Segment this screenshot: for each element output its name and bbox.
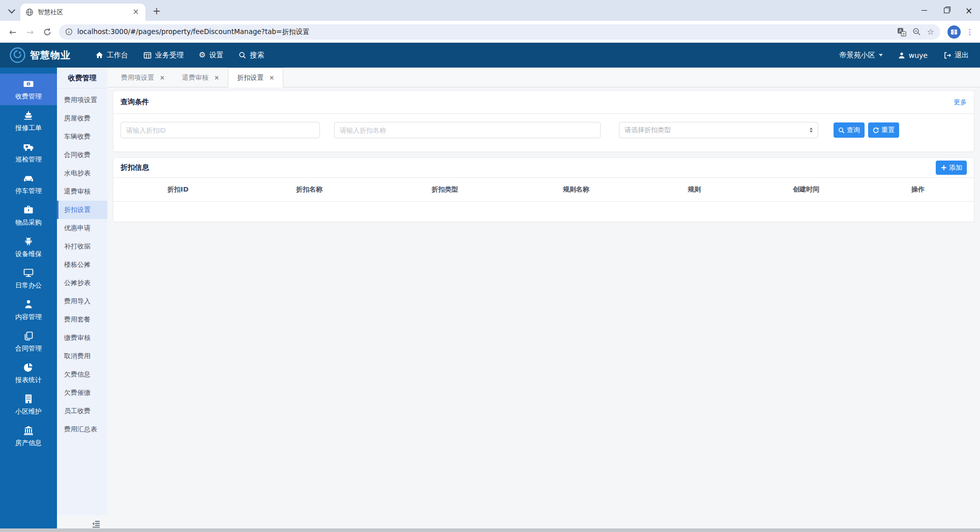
- page-tab-label: 退费审核: [182, 73, 209, 82]
- nav-item-settings[interactable]: ⚙ 设置: [191, 43, 231, 68]
- minimize-button[interactable]: [913, 0, 935, 21]
- info-icon[interactable]: [65, 28, 73, 36]
- submenu-item-arrears-info[interactable]: 欠费信息: [57, 365, 107, 384]
- logout-icon: [944, 52, 951, 59]
- submenu-item-refund-review[interactable]: 退费审核: [57, 182, 107, 201]
- sidebar-item-procurement[interactable]: 物品采购: [0, 200, 57, 231]
- logout-button[interactable]: 退出: [936, 51, 971, 60]
- submenu-item-share-meter[interactable]: 公摊抄表: [57, 274, 107, 292]
- search-button[interactable]: 查询: [834, 122, 865, 138]
- more-link[interactable]: 更多: [954, 98, 967, 107]
- discount-name-input[interactable]: [334, 122, 601, 138]
- sidebar-item-community-maintenance[interactable]: 小区维护: [0, 389, 57, 420]
- building-icon: [23, 393, 34, 404]
- forward-button[interactable]: →: [22, 24, 38, 40]
- desktop-icon: [23, 267, 34, 278]
- new-tab-button[interactable]: +: [150, 4, 164, 18]
- page-tab-close-icon[interactable]: ×: [160, 74, 165, 81]
- sidebar-item-contracts[interactable]: 合同管理: [0, 326, 57, 357]
- submenu-item-reprint-receipt[interactable]: 补打收据: [57, 237, 107, 256]
- page-tab-refund-review[interactable]: 退费审核 ×: [173, 68, 228, 87]
- translate-icon[interactable]: A: [897, 27, 906, 37]
- submenu-item-coupon-apply[interactable]: 优惠申请: [57, 219, 107, 237]
- sidebar-item-equipment[interactable]: 设备维保: [0, 231, 57, 263]
- browser-menu-icon[interactable]: ⋮: [964, 27, 976, 37]
- truck-icon: [23, 141, 34, 152]
- nav-item-search[interactable]: 搜索: [231, 43, 272, 68]
- submenu-item-vehicle-fees[interactable]: 车辆收费: [57, 128, 107, 146]
- car-icon: [23, 173, 34, 184]
- nav-item-label: 业务受理: [155, 51, 184, 60]
- bookmark-star-icon[interactable]: ☆: [927, 27, 934, 37]
- sidebar-item-daily-office[interactable]: 日常办公: [0, 263, 57, 294]
- url-text[interactable]: localhost:3000/#/pages/property/feeDisco…: [77, 27, 891, 37]
- sidebar-item-label: 设备维保: [15, 249, 42, 259]
- globe-icon: [25, 8, 34, 16]
- sidebar-item-parking[interactable]: 停车管理: [0, 168, 57, 200]
- submenu-item-fee-package[interactable]: 费用套餐: [57, 310, 107, 329]
- nav-item-business[interactable]: 业务受理: [136, 43, 191, 68]
- zoom-indicator-icon[interactable]: [912, 27, 921, 36]
- person-icon: [23, 299, 34, 310]
- submenu-item-fee-import[interactable]: 费用导入: [57, 292, 107, 310]
- refresh-button[interactable]: [40, 24, 55, 40]
- sidebar-item-label: 巡检管理: [15, 155, 42, 164]
- tab-search-button[interactable]: [5, 4, 18, 17]
- discount-id-input[interactable]: [121, 122, 320, 138]
- page-tab-close-icon[interactable]: ×: [269, 74, 274, 81]
- url-bar[interactable]: localhost:3000/#/pages/property/feeDisco…: [59, 24, 940, 40]
- bank-icon: [23, 425, 34, 436]
- sidebar-item-property-info[interactable]: 房产信息: [0, 420, 57, 452]
- reset-button[interactable]: 重置: [868, 122, 899, 138]
- collapse-sidebar-icon: [92, 519, 101, 528]
- page-tab-label: 费用项设置: [121, 73, 154, 82]
- query-card-header: 查询条件 更多: [113, 91, 974, 114]
- tab-close-button[interactable]: ×: [131, 8, 140, 17]
- back-button[interactable]: ←: [5, 24, 20, 40]
- page-tab-close-icon[interactable]: ×: [214, 74, 219, 81]
- restore-button[interactable]: [935, 0, 958, 21]
- money-icon: $: [23, 78, 34, 89]
- page-tab-discount-settings[interactable]: 折扣设置 ×: [228, 68, 283, 87]
- discount-type-select[interactable]: 请选择折扣类型: [619, 122, 818, 138]
- submenu-item-arrears-reminder[interactable]: 欠费催缴: [57, 384, 107, 402]
- add-discount-button[interactable]: + 添加: [936, 161, 967, 175]
- submenu-title: 收费管理: [57, 68, 107, 88]
- submenu-item-cancel-fee[interactable]: 取消费用: [57, 347, 107, 365]
- column-discount-name: 折扣名称: [243, 185, 376, 194]
- submenu-item-contract-fees[interactable]: 合同收费: [57, 146, 107, 164]
- home-icon: [96, 51, 103, 59]
- current-user[interactable]: wuye: [890, 51, 936, 59]
- sidebar-item-content[interactable]: 内容管理: [0, 294, 57, 326]
- refresh-icon: [873, 127, 879, 134]
- submenu-item-payment-review[interactable]: 缴费审核: [57, 329, 107, 347]
- close-window-button[interactable]: ×: [958, 0, 980, 21]
- caret-down-icon: [879, 54, 883, 56]
- briefcase-icon: [23, 204, 34, 215]
- search-button-label: 查询: [847, 126, 860, 135]
- submenu-item-fee-summary[interactable]: 费用汇总表: [57, 420, 107, 439]
- query-card: 查询条件 更多 请选择折扣类型 查询 重: [113, 90, 974, 152]
- column-created-time: 创建时间: [750, 185, 862, 194]
- browser-tab[interactable]: 智慧社区 ×: [20, 4, 145, 21]
- column-actions: 操作: [862, 185, 974, 194]
- submenu-item-discount-settings[interactable]: 折扣设置: [57, 201, 107, 219]
- submenu-item-building-share[interactable]: 楼栋公摊: [57, 256, 107, 274]
- submenu-item-meter-reading[interactable]: 水电抄表: [57, 164, 107, 182]
- sidebar-item-repair-orders[interactable]: 报修工单: [0, 105, 57, 137]
- sidebar-item-fee-management[interactable]: $ 收费管理: [0, 74, 57, 105]
- submenu-item-fee-items[interactable]: 费用项设置: [57, 91, 107, 109]
- page-tab-label: 折扣设置: [237, 73, 263, 82]
- sidebar-item-inspection[interactable]: 巡检管理: [0, 137, 57, 168]
- nav-item-workbench[interactable]: 工作台: [88, 43, 136, 68]
- submenu-item-house-fees[interactable]: 房屋收费: [57, 109, 107, 128]
- sidebar-item-reports[interactable]: 报表统计: [0, 357, 57, 389]
- page-tab-fee-items[interactable]: 费用项设置 ×: [112, 68, 173, 87]
- query-title: 查询条件: [121, 98, 149, 107]
- app-logo[interactable]: 智慧物业: [9, 47, 71, 64]
- discount-type-placeholder: 请选择折扣类型: [625, 126, 671, 135]
- browser-toolbar: ← → localhost:3000/#/pages/property/feeD…: [0, 21, 980, 43]
- profile-avatar[interactable]: [947, 25, 961, 39]
- community-selector[interactable]: 帝景苑小区: [833, 51, 890, 60]
- submenu-item-staff-fees[interactable]: 员工收费: [57, 402, 107, 420]
